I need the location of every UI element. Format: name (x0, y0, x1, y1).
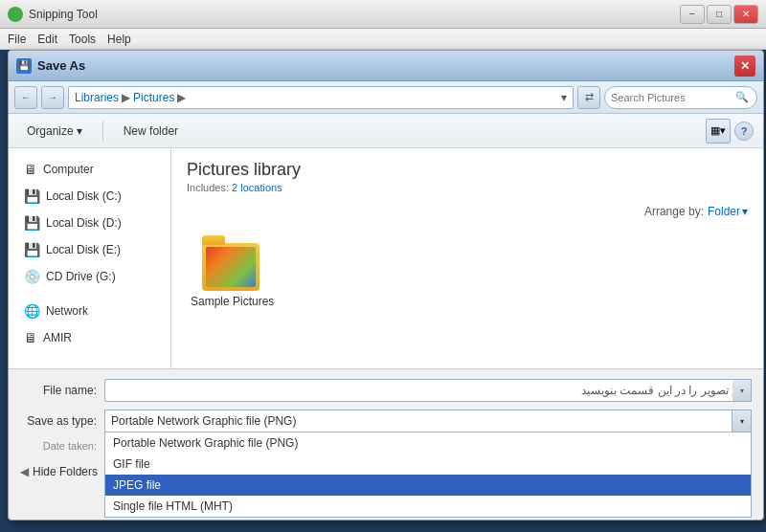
path-pictures[interactable]: Pictures (133, 91, 174, 104)
filename-label: File name: (20, 384, 97, 397)
refresh-button[interactable]: ⇄ (577, 86, 600, 109)
address-bar: ← → Libraries ▶ Pictures ▶ ▾ ⇄ 🔍 (9, 81, 763, 114)
filename-dropdown-arrow[interactable]: ▾ (732, 379, 752, 402)
back-button[interactable]: ← (14, 86, 37, 109)
savetype-dropdown: Portable Network Graphic file (PNG) GIF … (104, 432, 752, 518)
nav-item-cd-drive[interactable]: 💿 CD Drive (G:) (9, 263, 170, 290)
option-gif[interactable]: GIF file (105, 454, 751, 475)
savetype-label: Save as type: (20, 414, 97, 428)
library-title: Pictures library (187, 160, 748, 180)
disk-e-icon: 💾 (24, 242, 40, 257)
menu-file[interactable]: File (8, 33, 26, 46)
disk-c-icon: 💾 (24, 188, 40, 204)
menu-edit[interactable]: Edit (37, 33, 57, 46)
savetype-display[interactable]: Portable Network Graphic file (PNG) ▾ (104, 410, 752, 432)
nav-item-local-c[interactable]: 💾 Local Disk (C:) (9, 183, 170, 210)
minimize-button[interactable]: − (680, 5, 705, 24)
forward-button[interactable]: → (41, 86, 64, 109)
bottom-section: File name: ▾ Save as type: Portable Netw… (9, 368, 763, 494)
sample-pictures-folder[interactable]: Sample Pictures (187, 228, 278, 312)
nav-separator (9, 290, 170, 298)
snipping-title: Snipping Tool (29, 8, 680, 21)
savetype-row: Save as type: Portable Network Graphic f… (20, 410, 752, 432)
savetype-arrow[interactable]: ▾ (732, 410, 751, 432)
view-button[interactable]: ▦▾ (706, 119, 731, 144)
path-separator-2: ▶ (177, 91, 186, 104)
arrange-dropdown-arrow: ▾ (742, 205, 748, 218)
amir-icon: 🖥 (24, 330, 37, 345)
organize-label: Organize (27, 124, 74, 138)
organize-arrow: ▾ (77, 124, 82, 138)
folder-icon-wrapper (198, 232, 267, 291)
savetype-select-wrapper: Portable Network Graphic file (PNG) ▾ Po… (104, 410, 752, 432)
arrange-bar: Arrange by: Folder ▾ (187, 205, 748, 218)
snipping-titlebar: Snipping Tool − □ ✕ (0, 0, 766, 29)
search-box[interactable]: 🔍 (604, 86, 757, 109)
hide-folders-label: Hide Folders (33, 465, 98, 478)
save-as-dialog: Save As ✕ ← → Libraries ▶ Pictures ▶ ▾ ⇄… (8, 50, 764, 521)
dialog-close-button[interactable]: ✕ (734, 55, 755, 77)
subtitle-link[interactable]: 2 locations (232, 182, 282, 193)
path-dropdown-arrow[interactable]: ▾ (561, 91, 567, 104)
nav-item-computer[interactable]: 🖥 Computer (9, 156, 170, 183)
disk-d-icon: 💾 (24, 215, 40, 231)
menu-help[interactable]: Help (107, 33, 131, 46)
dialog-titlebar: Save As ✕ (9, 51, 763, 81)
arrange-label: Arrange by: (644, 205, 704, 218)
main-area: 🖥 Computer 💾 Local Disk (C:) 💾 Local Dis… (9, 148, 763, 368)
help-button[interactable]: ? (734, 122, 754, 141)
window-controls: − □ ✕ (680, 5, 758, 24)
nav-label-amir: AMIR (43, 331, 72, 344)
new-folder-button[interactable]: New folder (115, 119, 187, 144)
path-libraries[interactable]: Libraries (75, 91, 119, 104)
search-input[interactable] (611, 92, 735, 103)
computer-icon: 🖥 (24, 162, 37, 177)
folder-image (206, 247, 256, 287)
maximize-button[interactable]: □ (707, 5, 732, 24)
menu-tools[interactable]: Tools (69, 33, 96, 46)
option-jpeg[interactable]: JPEG file (105, 475, 751, 496)
hide-folders-button[interactable]: ◀ Hide Folders (20, 465, 98, 478)
nav-label-local-d: Local Disk (D:) (46, 216, 122, 230)
subtitle-prefix: Includes: (187, 182, 232, 193)
filename-input-wrapper: ▾ (104, 379, 752, 402)
savetype-value: Portable Network Graphic file (PNG) (111, 414, 296, 428)
nav-label-local-e: Local Disk (E:) (46, 243, 121, 256)
snipping-menubar: File Edit Tools Help (0, 29, 766, 50)
network-icon: 🌐 (24, 303, 40, 319)
content-panel: Pictures library Includes: 2 locations A… (171, 148, 763, 368)
nav-item-amir[interactable]: 🖥 AMIR (9, 324, 170, 351)
toolbar-right: ▦▾ ? (706, 119, 754, 144)
nav-item-local-d[interactable]: 💾 Local Disk (D:) (9, 210, 170, 236)
nav-label-cd-drive: CD Drive (G:) (46, 270, 116, 283)
cd-drive-icon: 💿 (24, 269, 40, 284)
library-subtitle: Includes: 2 locations (187, 182, 748, 193)
nav-panel: 🖥 Computer 💾 Local Disk (C:) 💾 Local Dis… (9, 148, 171, 368)
nav-item-local-e[interactable]: 💾 Local Disk (E:) (9, 236, 170, 263)
dialog-title: Save As (37, 58, 734, 73)
filename-input[interactable] (104, 379, 752, 402)
dialog-icon (16, 58, 32, 74)
nav-label-local-c: Local Disk (C:) (46, 189, 122, 203)
toolbar: Organize ▾ New folder ▦▾ ? (9, 114, 763, 148)
path-separator-1: ▶ (122, 91, 130, 104)
close-button[interactable]: ✕ (733, 5, 758, 24)
folder-label: Sample Pictures (191, 295, 274, 308)
new-folder-label: New folder (124, 124, 178, 138)
arrange-folder-button[interactable]: Folder ▾ (708, 205, 748, 218)
hide-folders-icon: ◀ (20, 465, 29, 478)
search-icon: 🔍 (735, 91, 749, 103)
date-label: Date taken: (20, 440, 97, 452)
filename-row: File name: ▾ (20, 379, 752, 402)
address-path[interactable]: Libraries ▶ Pictures ▶ ▾ (68, 86, 574, 109)
nav-item-network[interactable]: 🌐 Network (9, 298, 170, 324)
nav-label-network: Network (46, 304, 88, 318)
option-png[interactable]: Portable Network Graphic file (PNG) (105, 432, 751, 454)
snipping-app-icon (8, 7, 23, 22)
option-mht[interactable]: Single file HTML (MHT) (105, 496, 751, 517)
folder-grid: Sample Pictures (187, 228, 748, 312)
nav-label-computer: Computer (43, 163, 94, 176)
toolbar-separator (102, 122, 103, 141)
organize-button[interactable]: Organize ▾ (18, 119, 91, 144)
